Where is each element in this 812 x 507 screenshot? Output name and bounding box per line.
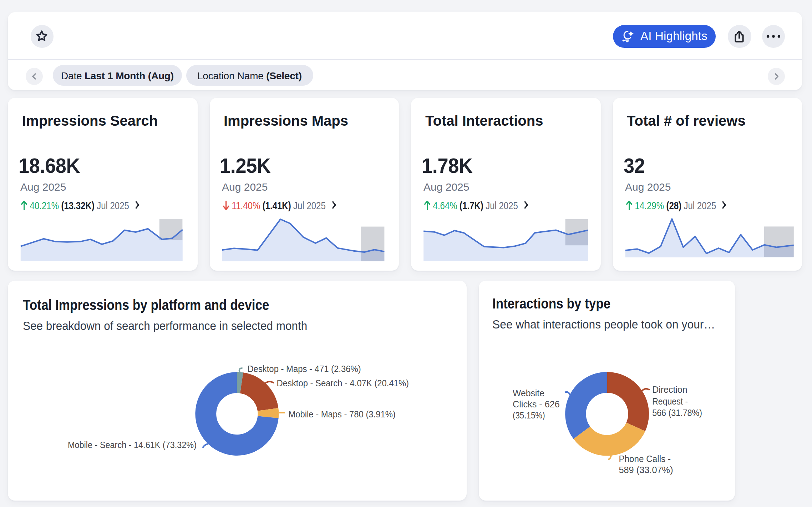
svg-text:Mobile - Maps - 780 (3.91%): Mobile - Maps - 780 (3.91%) [288, 409, 395, 420]
svg-text:Desktop - Search - 4.07K (20.4: Desktop - Search - 4.07K (20.41%) [277, 378, 409, 388]
svg-text:Desktop - Maps - 471 (2.36%): Desktop - Maps - 471 (2.36%) [247, 363, 361, 374]
svg-text:566 (31.78%): 566 (31.78%) [652, 407, 702, 418]
svg-text:Direction: Direction [652, 384, 687, 395]
svg-text:Request -: Request - [652, 396, 687, 407]
svg-text:Phone Calls -: Phone Calls - [618, 453, 670, 464]
svg-text:(35.15%): (35.15%) [512, 410, 545, 421]
svg-text:Website: Website [512, 388, 544, 398]
svg-text:Clicks - 626: Clicks - 626 [512, 399, 559, 410]
svg-text:589 (33.07%): 589 (33.07%) [618, 465, 673, 475]
svg-text:Mobile - Search - 14.61K (73.3: Mobile - Search - 14.61K (73.32%) [68, 440, 197, 450]
